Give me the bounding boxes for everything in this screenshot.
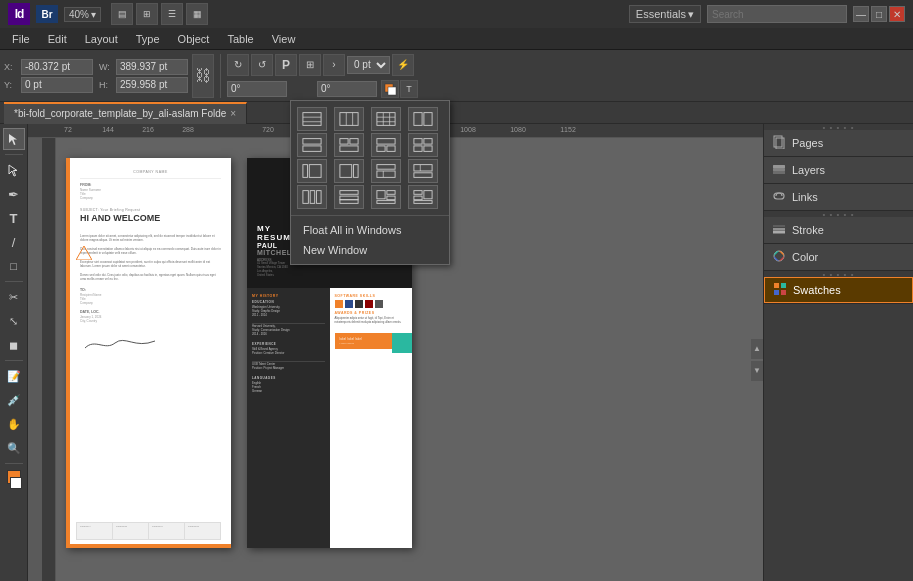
angle2-input[interactable] <box>317 81 377 97</box>
teal-accent-box <box>392 333 412 353</box>
layout-icon-15[interactable] <box>371 185 401 209</box>
letter-title: HI AND WELCOME <box>80 214 221 224</box>
x-input[interactable] <box>21 59 93 75</box>
exp-content-2: UXB Talent CenterPosition: Project Manag… <box>252 363 325 371</box>
footer-table: Column A Column B Column C Column D <box>76 522 221 540</box>
panel-header-swatches[interactable]: Swatches <box>764 277 913 303</box>
float-all-windows-item[interactable]: Float All in Windows <box>291 220 449 240</box>
essentials-dropdown[interactable]: Essentials ▾ <box>629 5 701 23</box>
layout-icon-9[interactable] <box>297 159 327 183</box>
rotate-cw-icon[interactable]: ↻ <box>227 54 249 76</box>
line-tool[interactable]: / <box>3 231 25 253</box>
svg-rect-15 <box>774 283 779 288</box>
panel-header-color[interactable]: Color <box>764 244 913 270</box>
type-tool[interactable]: T <box>3 207 25 229</box>
panel-header-pages[interactable]: Pages <box>764 130 913 156</box>
free-transform-tool[interactable]: ⤡ <box>3 310 25 332</box>
gradient-tool[interactable]: ◼ <box>3 334 25 356</box>
layout-icon-6[interactable] <box>334 133 364 157</box>
layout-icon-16[interactable] <box>408 185 438 209</box>
panel-header-layers[interactable]: Layers <box>764 157 913 183</box>
resume-right-col: SOFTWARE SKILLS AWARDS & PRIZES <box>330 288 413 548</box>
pt-select[interactable]: 0 pt <box>347 56 390 74</box>
pen-tool[interactable]: ✒ <box>3 183 25 205</box>
resume-body: MY HISTORY EDUCATION Washington Universi… <box>247 288 412 548</box>
zoom-control[interactable]: 40% ▾ <box>64 7 101 22</box>
menu-edit[interactable]: Edit <box>40 31 75 47</box>
stroke-fill-btn[interactable] <box>381 80 399 98</box>
sw-icon-3 <box>355 300 363 308</box>
menu-type[interactable]: Type <box>128 31 168 47</box>
layout-icon-3[interactable] <box>371 107 401 131</box>
note-tool[interactable]: 📝 <box>3 365 25 387</box>
chain-constraint-icon[interactable]: ⛓ <box>192 54 214 98</box>
maximize-btn[interactable]: □ <box>871 6 887 22</box>
tab-dropdown-grid <box>291 101 449 216</box>
hand-tool[interactable]: ✋ <box>3 413 25 435</box>
fill-icon[interactable]: ⚡ <box>392 54 414 76</box>
y-input[interactable] <box>21 77 93 93</box>
direct-select-tool[interactable] <box>3 159 25 181</box>
layout-icon-2[interactable] <box>334 107 364 131</box>
scroll-arrows: ▲ ▼ <box>751 339 763 381</box>
layout-icon-12[interactable] <box>408 159 438 183</box>
view-btn-1[interactable]: ▤ <box>111 3 133 25</box>
layout-icon-1[interactable] <box>297 107 327 131</box>
menu-table[interactable]: Table <box>219 31 261 47</box>
svg-rect-66 <box>424 191 432 199</box>
menu-layout[interactable]: Layout <box>77 31 126 47</box>
select-tool[interactable] <box>3 128 25 150</box>
svg-rect-37 <box>377 139 395 144</box>
layout-icon-4[interactable] <box>408 107 438 131</box>
w-label: W: <box>99 62 113 72</box>
layout-icon-7[interactable] <box>371 133 401 157</box>
resume-divider-1 <box>252 323 325 324</box>
software-title: SOFTWARE SKILLS <box>335 294 408 298</box>
ruler-mark-288: 288 <box>182 126 194 133</box>
align-icon[interactable]: ⊞ <box>299 54 321 76</box>
document-tab-main[interactable]: *bi-fold_corporate_template_by_ali-aslam… <box>4 102 247 124</box>
layout-icon-13[interactable] <box>297 185 327 209</box>
svg-rect-33 <box>303 146 321 151</box>
new-window-item[interactable]: New Window <box>291 240 449 260</box>
scissors-tool[interactable]: ✂ <box>3 286 25 308</box>
sw-icon-4 <box>365 300 373 308</box>
menu-view[interactable]: View <box>264 31 304 47</box>
view-btn-4[interactable]: ▦ <box>186 3 208 25</box>
stroke-color-swatch[interactable] <box>10 477 22 489</box>
panel-header-stroke[interactable]: Stroke <box>764 217 913 243</box>
body-text-4: Donec sed odio dui. Cras justo odio, dap… <box>80 273 221 282</box>
view-btn-2[interactable]: ⊞ <box>136 3 158 25</box>
text-frame-icon[interactable]: P <box>275 54 297 76</box>
search-input[interactable] <box>707 5 847 23</box>
rect-tool[interactable]: □ <box>3 255 25 277</box>
layout-icon-11[interactable] <box>371 159 401 183</box>
rotate-ccw-icon[interactable]: ↺ <box>251 54 273 76</box>
menu-object[interactable]: Object <box>170 31 218 47</box>
close-btn[interactable]: ✕ <box>889 6 905 22</box>
minimize-btn[interactable]: — <box>853 6 869 22</box>
arrange-icon[interactable]: › <box>323 54 345 76</box>
sw-icon-2 <box>345 300 353 308</box>
eyedropper-tool[interactable]: 💉 <box>3 389 25 411</box>
page-letter: COMPANY NAME FROM: Name SurnameTitleComp… <box>66 158 231 548</box>
stroke-label: Stroke <box>792 224 824 236</box>
bridge-icon[interactable]: Br <box>36 5 58 23</box>
zoom-tool[interactable]: 🔍 <box>3 437 25 459</box>
menu-file[interactable]: File <box>4 31 38 47</box>
format-btn[interactable]: T <box>400 80 418 98</box>
layout-icon-14[interactable] <box>334 185 364 209</box>
layout-icon-5[interactable] <box>297 133 327 157</box>
h-input[interactable] <box>116 77 188 93</box>
to-label: TO: <box>80 288 221 292</box>
w-input[interactable] <box>116 59 188 75</box>
layout-icon-10[interactable] <box>334 159 364 183</box>
awards-title: AWARDS & PRIZES <box>335 311 408 315</box>
angle1-input[interactable] <box>227 81 287 97</box>
scroll-down[interactable]: ▼ <box>751 361 763 381</box>
scroll-up[interactable]: ▲ <box>751 339 763 359</box>
view-btn-3[interactable]: ☰ <box>161 3 183 25</box>
layout-icon-8[interactable] <box>408 133 438 157</box>
tab-close-icon[interactable]: × <box>230 108 236 119</box>
panel-header-links[interactable]: Links <box>764 184 913 210</box>
